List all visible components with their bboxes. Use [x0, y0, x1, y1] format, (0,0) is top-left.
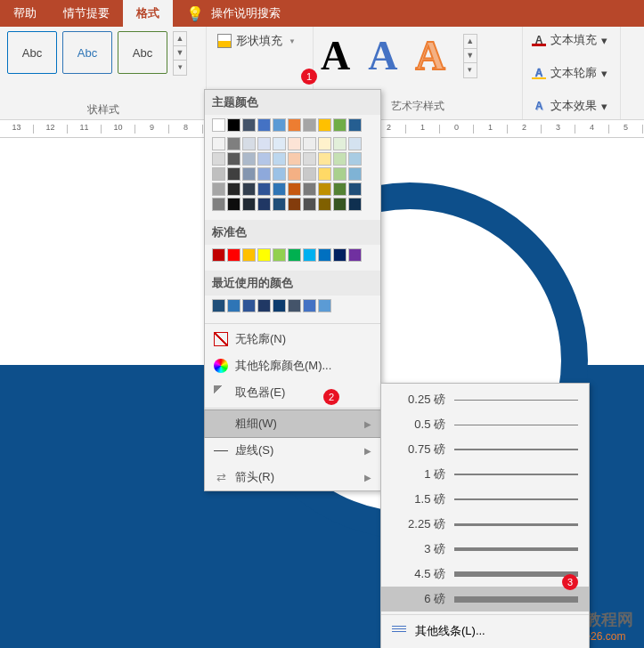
color-swatch[interactable] [227, 299, 240, 312]
color-swatch[interactable] [227, 198, 240, 211]
tab-format[interactable]: 格式 [123, 0, 173, 27]
shape-fill-button[interactable]: 形状填充 ▼ [212, 30, 307, 52]
shape-style-gallery-scroll[interactable]: ▲ ▼ ▾ [173, 31, 187, 76]
color-swatch[interactable] [348, 248, 362, 262]
no-outline-item[interactable]: 无轮廓(N) [205, 326, 380, 352]
wordart-preset-2[interactable]: A [368, 32, 397, 79]
color-swatch[interactable] [227, 118, 240, 132]
color-swatch[interactable] [303, 248, 316, 262]
color-swatch[interactable] [212, 198, 225, 211]
weight-option[interactable]: 0.5 磅 [381, 412, 589, 437]
color-swatch[interactable] [288, 299, 301, 312]
color-swatch[interactable] [242, 167, 256, 181]
color-swatch[interactable] [212, 152, 225, 166]
color-swatch[interactable] [242, 198, 256, 211]
shape-style-preset-1[interactable]: Abc [7, 31, 57, 74]
color-swatch[interactable] [257, 182, 271, 196]
color-swatch[interactable] [333, 198, 346, 211]
color-swatch[interactable] [288, 137, 301, 150]
color-swatch[interactable] [348, 152, 362, 166]
color-swatch[interactable] [257, 118, 271, 132]
scroll-up-icon[interactable]: ▲ [174, 32, 186, 46]
tell-me-search[interactable]: 操作说明搜索 [211, 5, 281, 21]
color-swatch[interactable] [318, 248, 331, 262]
color-swatch[interactable] [257, 152, 271, 166]
color-swatch[interactable] [303, 137, 316, 150]
color-swatch[interactable] [303, 182, 316, 196]
weight-option[interactable]: 1.5 磅 [381, 487, 589, 512]
scroll-down-icon[interactable]: ▼ [464, 49, 477, 63]
color-swatch[interactable] [242, 299, 256, 312]
shape-style-preset-3[interactable]: Abc [118, 31, 167, 74]
scroll-up-icon[interactable]: ▲ [464, 35, 477, 49]
color-swatch[interactable] [242, 137, 256, 150]
color-swatch[interactable] [242, 248, 256, 262]
color-swatch[interactable] [288, 152, 301, 166]
color-swatch[interactable] [212, 299, 225, 312]
weight-option[interactable]: 0.75 磅 [381, 437, 589, 462]
color-swatch[interactable] [288, 182, 301, 196]
text-outline-button[interactable]: A 文本轮廓 ▾ [528, 63, 615, 83]
dashes-item[interactable]: 虚线(S) ▶ [205, 437, 380, 464]
color-swatch[interactable] [227, 137, 240, 150]
color-swatch[interactable] [257, 137, 271, 150]
expand-gallery-icon[interactable]: ▾ [174, 61, 186, 75]
color-swatch[interactable] [242, 152, 256, 166]
color-swatch[interactable] [318, 198, 331, 211]
color-swatch[interactable] [273, 248, 286, 262]
color-swatch[interactable] [348, 198, 362, 211]
color-swatch[interactable] [318, 118, 331, 132]
weight-option[interactable]: 2.25 磅 [381, 512, 589, 537]
color-swatch[interactable] [333, 182, 346, 196]
color-swatch[interactable] [212, 118, 225, 132]
color-swatch[interactable] [348, 137, 362, 150]
color-swatch[interactable] [318, 167, 331, 181]
color-swatch[interactable] [212, 248, 225, 262]
color-swatch[interactable] [318, 299, 331, 312]
color-swatch[interactable] [273, 299, 286, 312]
more-lines-item[interactable]: 其他线条(L)... [381, 618, 589, 644]
color-swatch[interactable] [242, 182, 256, 196]
color-swatch[interactable] [273, 137, 286, 150]
eyedropper-item[interactable]: 取色器(E) [205, 379, 380, 406]
color-swatch[interactable] [303, 299, 316, 312]
wordart-preset-3[interactable]: A [415, 32, 444, 79]
color-swatch[interactable] [303, 167, 316, 181]
color-swatch[interactable] [333, 118, 346, 132]
color-swatch[interactable] [348, 182, 362, 196]
text-fill-button[interactable]: A 文本填充 ▾ [528, 30, 615, 50]
weight-option[interactable]: 1 磅 [381, 462, 589, 487]
color-swatch[interactable] [318, 137, 331, 150]
color-swatch[interactable] [273, 152, 286, 166]
color-swatch[interactable] [303, 152, 316, 166]
color-swatch[interactable] [257, 167, 271, 181]
color-swatch[interactable] [333, 152, 346, 166]
color-swatch[interactable] [303, 118, 316, 132]
color-swatch[interactable] [333, 248, 346, 262]
color-swatch[interactable] [348, 167, 362, 181]
weight-option[interactable]: 6 磅 [381, 587, 589, 612]
expand-gallery-icon[interactable]: ▾ [464, 63, 477, 77]
weight-option[interactable]: 4.5 磅 [381, 562, 589, 587]
more-outline-colors-item[interactable]: 其他轮廓颜色(M)... [205, 352, 380, 379]
color-swatch[interactable] [318, 152, 331, 166]
shape-style-preset-2[interactable]: Abc [62, 31, 112, 74]
color-swatch[interactable] [257, 248, 271, 262]
color-swatch[interactable] [257, 299, 271, 312]
color-swatch[interactable] [212, 167, 225, 181]
color-swatch[interactable] [257, 198, 271, 211]
color-swatch[interactable] [348, 118, 362, 132]
color-swatch[interactable] [288, 118, 301, 132]
color-swatch[interactable] [273, 118, 286, 132]
color-swatch[interactable] [288, 198, 301, 211]
color-swatch[interactable] [303, 198, 316, 211]
color-swatch[interactable] [273, 198, 286, 211]
color-swatch[interactable] [212, 182, 225, 196]
tab-story[interactable]: 情节提要 [50, 0, 123, 27]
color-swatch[interactable] [273, 182, 286, 196]
color-swatch[interactable] [242, 118, 256, 132]
scroll-down-icon[interactable]: ▼ [174, 46, 186, 61]
arrows-item[interactable]: 箭头(R) ▶ [205, 464, 380, 490]
color-swatch[interactable] [227, 182, 240, 196]
wordart-gallery-scroll[interactable]: ▲ ▼ ▾ [463, 34, 477, 78]
